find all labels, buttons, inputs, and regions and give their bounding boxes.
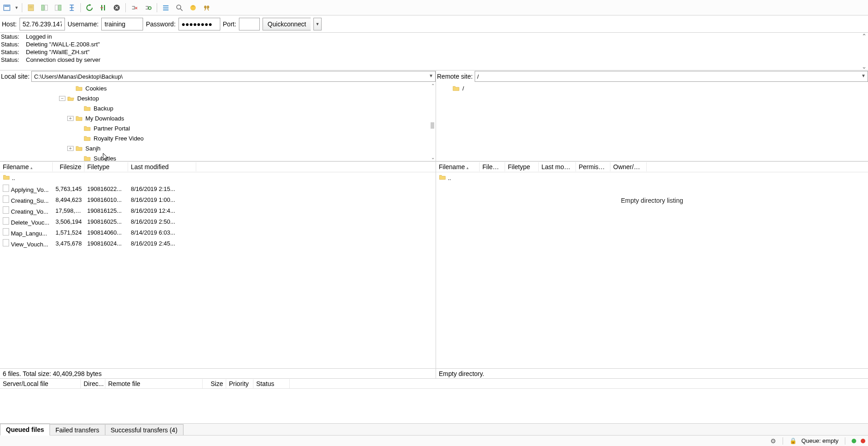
gear-icon[interactable]: ⚙	[770, 437, 776, 445]
local-site-path[interactable]: C:\Users\Manas\Desktop\Backup\▼	[31, 71, 436, 82]
col-status[interactable]: Status	[253, 379, 290, 388]
cancel-button[interactable]	[111, 2, 123, 14]
remote-site-path[interactable]: /▼	[475, 71, 868, 82]
site-manager-dropdown[interactable]: ▼	[15, 5, 19, 10]
directory-compare-button[interactable]	[174, 2, 185, 14]
scroll-up-icon[interactable]: ⌃	[431, 83, 435, 88]
filter-button[interactable]	[160, 2, 172, 14]
file-row[interactable]: Creating_Vo...17,598,1...190816125...8/1…	[0, 205, 436, 216]
col-filename[interactable]: Filename	[0, 162, 53, 171]
folder-icon	[67, 95, 75, 101]
svg-rect-6	[45, 5, 48, 10]
remote-root-label[interactable]: /	[462, 85, 464, 92]
log-message: Logged in	[26, 33, 52, 40]
tree-item[interactable]: Royalty Free Video	[0, 133, 436, 143]
queue-header: Server/Local file Direc... Remote file S…	[0, 379, 868, 389]
tab-queued[interactable]: Queued files	[0, 424, 50, 436]
local-site-label: Local site:	[1, 73, 30, 80]
col-permissions[interactable]: Permissi...	[576, 162, 610, 171]
tree-item[interactable]: Cookies	[0, 83, 436, 93]
col-size[interactable]: Size	[203, 379, 226, 388]
port-input[interactable]	[239, 18, 260, 30]
tab-successful[interactable]: Successful transfers (4)	[105, 424, 184, 436]
tree-item[interactable]: Backup	[0, 103, 436, 113]
svg-point-17	[204, 5, 206, 9]
scrollbar-thumb[interactable]	[431, 122, 434, 129]
process-queue-button[interactable]	[97, 2, 109, 14]
parent-dir-row[interactable]: ..	[436, 172, 868, 183]
queue-status-text: Queue: empty	[801, 437, 838, 444]
search-button[interactable]	[201, 2, 213, 14]
scroll-down-icon[interactable]: ⌄	[431, 155, 435, 160]
quickconnect-button[interactable]: Quickconnect	[263, 18, 311, 30]
tree-item[interactable]: +My Downloads	[0, 113, 436, 123]
quickconnect-dropdown[interactable]: ▼	[313, 18, 322, 30]
local-file-list[interactable]: .. Applying_Vo...5,763,145190816022...8/…	[0, 172, 436, 368]
file-icon	[3, 206, 9, 214]
expand-toggle[interactable]: +	[67, 116, 74, 121]
refresh-button[interactable]	[84, 2, 95, 14]
log-scrollbar[interactable]: ⌃⌄	[860, 33, 868, 70]
tree-item[interactable]: Subtitles	[0, 153, 436, 161]
col-direction[interactable]: Direc...	[81, 379, 105, 388]
file-row[interactable]: Creating_Su...8,494,623190816010...8/16/…	[0, 194, 436, 205]
password-input[interactable]	[179, 18, 220, 30]
site-manager-button[interactable]	[1, 2, 13, 14]
host-input[interactable]	[20, 18, 65, 30]
log-line: Status:Deleting "/WALL-E.2008.srt"	[0, 40, 868, 48]
col-filetype[interactable]: Filetype	[505, 162, 539, 171]
status-bar: ⚙ 🔒 Queue: empty	[0, 435, 868, 446]
svg-rect-8	[59, 5, 61, 10]
col-priority[interactable]: Priority	[226, 379, 253, 388]
svg-rect-1	[5, 5, 10, 6]
toggle-queue-button[interactable]	[66, 2, 78, 14]
folder-icon	[84, 105, 92, 111]
remote-file-list[interactable]: .. Empty directory listing	[436, 172, 868, 368]
parent-dir-row[interactable]: ..	[0, 172, 436, 183]
chevron-down-icon[interactable]: ▼	[429, 73, 433, 78]
folder-icon	[84, 135, 92, 141]
tree-item[interactable]: +Sanjh	[0, 143, 436, 153]
folder-icon	[84, 125, 92, 131]
file-row[interactable]: View_Vouch...3,475,678190816024...8/16/2…	[0, 238, 436, 249]
svg-rect-12	[163, 7, 169, 8]
col-server-local[interactable]: Server/Local file	[0, 379, 81, 388]
local-tree[interactable]: Cookies−DesktopBackup+My DownloadsPartne…	[0, 82, 436, 161]
log-message: Connection closed by server	[26, 56, 100, 63]
tree-item-label: Backup	[94, 105, 113, 112]
tree-item[interactable]: Partner Portal	[0, 123, 436, 133]
tree-item-label: Sanjh	[85, 145, 100, 152]
lock-icon[interactable]: 🔒	[789, 437, 797, 444]
col-modified[interactable]: Last modifi...	[539, 162, 576, 171]
log-label: Status:	[1, 41, 26, 48]
col-remote-file[interactable]: Remote file	[105, 379, 203, 388]
toggle-local-tree-button[interactable]	[39, 2, 50, 14]
col-owner[interactable]: Owner/G...	[610, 162, 647, 171]
local-summary: 6 files. Total size: 40,409,298 bytes	[0, 368, 436, 378]
chevron-down-icon[interactable]: ▼	[861, 73, 866, 78]
queue-list[interactable]	[0, 389, 868, 423]
col-modified[interactable]: Last modified	[128, 162, 196, 171]
file-icon	[3, 217, 9, 225]
file-row[interactable]: Map_Langu...1,571,524190814060...8/14/20…	[0, 227, 436, 238]
col-filename[interactable]: Filename	[436, 162, 480, 171]
disconnect-button[interactable]	[129, 2, 140, 14]
file-row[interactable]: Applying_Vo...5,763,145190816022...8/16/…	[0, 183, 436, 194]
sync-browse-button[interactable]	[187, 2, 199, 14]
toggle-remote-tree-button[interactable]	[52, 2, 64, 14]
log-line: Status:Connection closed by server	[0, 56, 868, 64]
tree-item[interactable]: −Desktop	[0, 93, 436, 103]
reconnect-button[interactable]	[142, 2, 154, 14]
tab-failed[interactable]: Failed transfers	[50, 424, 105, 436]
username-input[interactable]	[101, 18, 143, 30]
col-filetype[interactable]: Filetype	[84, 162, 128, 171]
expand-toggle[interactable]: +	[67, 146, 74, 151]
expand-toggle[interactable]: −	[59, 96, 65, 101]
col-filesize[interactable]: Filesize	[480, 162, 505, 171]
col-filesize[interactable]: Filesize	[53, 162, 84, 171]
log-line: Status:Logged in	[0, 33, 868, 40]
toggle-log-button[interactable]	[25, 2, 37, 14]
tree-item-label: Partner Portal	[94, 125, 130, 132]
file-row[interactable]: Delete_Vouc...3,506,194190816025...8/16/…	[0, 216, 436, 227]
remote-tree[interactable]: /	[436, 82, 868, 161]
